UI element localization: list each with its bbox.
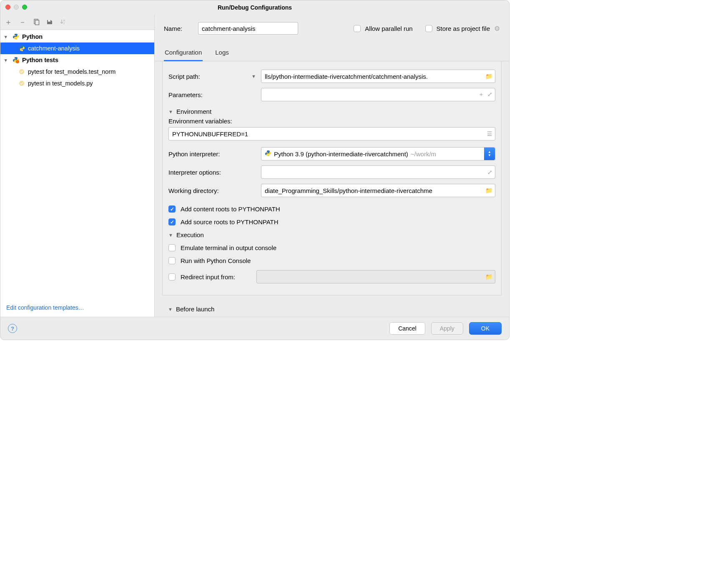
chevron-down-icon: ▼: [168, 307, 173, 312]
svg-text:z: z: [63, 22, 65, 25]
name-input[interactable]: [198, 22, 298, 35]
working-dir-label: Working directory:: [168, 187, 219, 194]
config-tabs: Configuration Logs: [155, 49, 509, 61]
redirect-input-option[interactable]: Redirect input from: 📁: [168, 270, 495, 283]
chevron-down-icon: ▼: [168, 109, 173, 114]
checkbox-icon[interactable]: [168, 244, 176, 251]
env-vars-input[interactable]: PYTHONUNBUFFERED=1 ☰: [168, 127, 495, 140]
copy-configuration-icon[interactable]: [33, 19, 40, 25]
svg-rect-1: [35, 20, 39, 25]
script-path-label[interactable]: Script path: ▼: [168, 73, 256, 80]
tree-item-pytest-test-models-test-norm[interactable]: pytest for test_models.test_norm: [0, 66, 154, 78]
before-launch-section[interactable]: ▼ Before launch: [162, 301, 502, 317]
checkbox-icon[interactable]: [425, 25, 432, 32]
python-tests-icon: [12, 57, 20, 63]
tree-group-label: Python: [22, 33, 43, 40]
folder-icon[interactable]: 📁: [485, 73, 492, 80]
allow-parallel-run-option[interactable]: Allow parallel run: [354, 25, 412, 32]
add-source-roots-option[interactable]: Add source roots to PYTHONPATH: [168, 218, 495, 225]
store-as-project-file-label: Store as project file: [437, 25, 490, 32]
tree-item-pytest-in-test-models[interactable]: pytest in test_models.py: [0, 78, 154, 89]
python-icon: [265, 150, 271, 158]
checkbox-icon[interactable]: [168, 205, 176, 213]
add-content-roots-option[interactable]: Add content roots to PYTHONPATH: [168, 205, 495, 213]
add-configuration-icon[interactable]: ＋: [5, 17, 12, 27]
script-path-input[interactable]: lls/python-intermediate-rivercatchment/c…: [261, 70, 495, 83]
name-label: Name:: [164, 25, 189, 32]
tree-group-python-tests[interactable]: ▾ Python tests: [0, 54, 154, 66]
apply-button: Apply: [431, 322, 463, 335]
checkbox-icon[interactable]: [354, 25, 361, 32]
interpreter-options-input[interactable]: ⤢: [261, 165, 495, 179]
environment-section-heading[interactable]: ▼ Environment: [168, 108, 495, 115]
allow-parallel-run-label: Allow parallel run: [365, 25, 412, 32]
gear-icon[interactable]: ⚙: [494, 25, 500, 33]
plus-icon[interactable]: ＋: [478, 91, 484, 98]
configuration-editor: Name: Allow parallel run Store as projec…: [155, 15, 509, 317]
configurations-sidebar: ＋ － az ▾ Python: [0, 15, 155, 317]
store-as-project-file-option[interactable]: Store as project file ⚙: [425, 25, 500, 33]
zoom-window-icon[interactable]: [22, 5, 27, 10]
working-dir-input[interactable]: diate_Programming_Skills/python-intermed…: [261, 184, 495, 197]
titlebar: Run/Debug Configurations: [0, 0, 509, 15]
tree-item-label: pytest in test_models.py: [28, 80, 93, 87]
expand-icon[interactable]: ⤢: [487, 169, 492, 175]
window-controls: [5, 5, 27, 10]
checkbox-icon[interactable]: [168, 218, 176, 225]
svg-point-5: [16, 60, 19, 63]
run-with-console-option[interactable]: Run with Python Console: [168, 257, 495, 264]
redirect-input-path: 📁: [256, 270, 495, 283]
list-icon[interactable]: ☰: [487, 130, 492, 137]
folder-icon[interactable]: 📁: [485, 187, 492, 194]
stepper-icon[interactable]: ▲▼: [484, 148, 495, 160]
parameters-input[interactable]: ＋ ⤢: [261, 88, 495, 101]
configuration-panel: Script path: ▼ lls/python-intermediate-r…: [162, 61, 502, 296]
tree-group-label: Python tests: [22, 57, 58, 63]
python-icon: [18, 45, 25, 52]
chevron-down-icon[interactable]: ▼: [251, 74, 256, 79]
chevron-down-icon: ▼: [168, 233, 173, 238]
tree-item-label: catchment-analysis: [28, 45, 80, 52]
window-title: Run/Debug Configurations: [218, 4, 292, 11]
remove-configuration-icon[interactable]: －: [19, 17, 26, 27]
run-debug-configurations-dialog: Run/Debug Configurations ＋ － az ▾: [0, 0, 510, 340]
parameters-label: Parameters:: [168, 91, 203, 98]
dialog-footer: ? Cancel Apply OK: [0, 317, 509, 340]
close-window-icon[interactable]: [5, 5, 10, 10]
tab-logs[interactable]: Logs: [214, 49, 230, 61]
python-icon: [12, 33, 20, 40]
ok-button[interactable]: OK: [469, 322, 502, 335]
sidebar-toolbar: ＋ － az: [0, 15, 154, 30]
tab-configuration[interactable]: Configuration: [164, 49, 203, 61]
chevron-down-icon: ▾: [5, 58, 10, 63]
folder-icon: 📁: [485, 273, 492, 280]
svg-rect-2: [48, 20, 50, 22]
tree-item-label: pytest for test_models.test_norm: [28, 68, 115, 75]
edit-configuration-templates-link[interactable]: Edit configuration templates…: [6, 304, 84, 311]
expand-icon[interactable]: ⤢: [487, 91, 492, 98]
configurations-tree[interactable]: ▾ Python catchment-analysis ▾: [0, 30, 154, 317]
svg-text:a: a: [63, 19, 65, 22]
python-interpreter-select[interactable]: Python 3.9 (python-intermediate-rivercat…: [261, 147, 495, 160]
cancel-button[interactable]: Cancel: [389, 322, 425, 335]
checkbox-icon[interactable]: [168, 257, 176, 264]
help-icon[interactable]: ?: [8, 324, 17, 333]
minimize-window-icon: [14, 5, 19, 10]
interpreter-options-label: Interpreter options:: [168, 169, 221, 176]
pytest-icon: [18, 80, 25, 87]
checkbox-icon[interactable]: [168, 273, 176, 280]
chevron-down-icon: ▾: [5, 34, 10, 40]
tree-item-catchment-analysis[interactable]: catchment-analysis: [0, 43, 154, 54]
interpreter-label: Python interpreter:: [168, 150, 220, 158]
pytest-icon: [18, 68, 25, 75]
env-vars-label: Environment variables:: [168, 118, 495, 125]
execution-section-heading[interactable]: ▼ Execution: [168, 231, 495, 238]
emulate-terminal-option[interactable]: Emulate terminal in output console: [168, 244, 495, 251]
tree-group-python[interactable]: ▾ Python: [0, 31, 154, 43]
save-configuration-icon[interactable]: [46, 19, 53, 25]
sort-configurations-icon[interactable]: az: [60, 19, 66, 25]
